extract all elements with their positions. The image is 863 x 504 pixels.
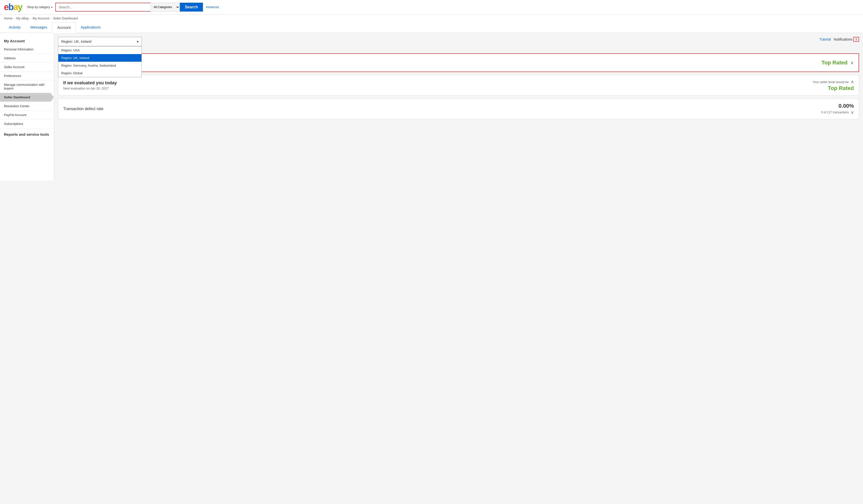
search-bar: All Categories Search bbox=[55, 3, 203, 12]
search-button[interactable]: Search bbox=[180, 3, 203, 12]
tab-applications[interactable]: Applications bbox=[76, 22, 105, 33]
defect-card: Transaction defect rate 0.00% 0 of 117 t… bbox=[58, 99, 859, 119]
sidebar-item-address[interactable]: Address bbox=[0, 54, 54, 63]
region-selected-label: Region: UK, Ireland bbox=[61, 40, 91, 43]
top-right-controls: Tutorial Notifications 1 bbox=[820, 37, 859, 42]
sidebar-section-reports: Reports and service tools bbox=[0, 128, 54, 139]
region-selector-wrap: Region: UK, Ireland ▾ Region: USA Region… bbox=[58, 37, 142, 46]
region-option-usa[interactable]: Region: USA bbox=[58, 47, 141, 54]
notifications-wrap: Notifications 1 bbox=[834, 37, 859, 42]
eval-would-be: Your seller level would be ∧ bbox=[813, 79, 854, 85]
shop-by-label: Shop by category bbox=[27, 5, 50, 9]
breadcrumb-current: Seller Dashboard bbox=[53, 16, 77, 20]
sidebar-section-myaccount: My Account bbox=[0, 37, 54, 45]
logo-b: b bbox=[8, 2, 13, 12]
tabs-bar: Activity Messages Account Applications bbox=[0, 22, 863, 33]
tutorial-link[interactable]: Tutorial bbox=[820, 37, 831, 41]
sidebar-item-subscriptions[interactable]: Subscriptions bbox=[0, 119, 54, 128]
shop-by-category[interactable]: Shop by category ▾ bbox=[27, 5, 52, 9]
breadcrumb-myaccount[interactable]: My Account bbox=[33, 16, 49, 20]
region-arrow-icon: ▾ bbox=[137, 40, 138, 43]
defect-title: Transaction defect rate bbox=[63, 107, 822, 111]
sidebar-item-seller-dashboard[interactable]: Seller Dashboard bbox=[0, 93, 54, 102]
search-input[interactable] bbox=[55, 3, 151, 12]
eval-title: If we evaluated you today bbox=[63, 80, 813, 86]
seller-level-chevron-icon[interactable]: ∨ bbox=[850, 60, 854, 65]
advanced-link[interactable]: Advanced bbox=[206, 5, 219, 9]
eval-subtitle: Next evaluation on Apr 20, 2017 bbox=[63, 87, 813, 90]
ebay-logo: ebay bbox=[4, 2, 22, 12]
seller-level-title: Current seller level bbox=[63, 58, 822, 63]
breadcrumb-home[interactable]: Home bbox=[4, 16, 13, 20]
breadcrumb: Home › My eBay › My Account › Seller Das… bbox=[0, 14, 863, 22]
category-select[interactable]: All Categories bbox=[150, 3, 180, 12]
notifications-label: Notifications bbox=[834, 37, 852, 41]
evaluation-card: If we evaluated you today Next evaluatio… bbox=[58, 75, 859, 96]
eval-right: Your seller level would be ∧ Top Rated bbox=[813, 79, 854, 91]
seller-level-card-row: Current seller level As of Mar 20, 2017 … bbox=[59, 54, 859, 72]
breadcrumb-sep-1: › bbox=[14, 17, 15, 20]
region-row: Region: UK, Ireland ▾ Region: USA Region… bbox=[58, 37, 859, 46]
breadcrumb-sep-3: › bbox=[51, 17, 52, 20]
defect-sub: 0 of 117 transactions ∨ bbox=[822, 109, 854, 115]
header: ebay Shop by category ▾ All Categories S… bbox=[0, 0, 863, 14]
region-selector[interactable]: Region: UK, Ireland ▾ bbox=[58, 37, 142, 46]
eval-left: If we evaluated you today Next evaluatio… bbox=[63, 80, 813, 90]
breadcrumb-sep-2: › bbox=[30, 17, 31, 20]
region-option-global[interactable]: Region: Global bbox=[58, 69, 141, 77]
eval-would-be-label: Your seller level would be bbox=[813, 80, 849, 84]
tab-activity[interactable]: Activity bbox=[4, 22, 26, 33]
region-option-uk[interactable]: Region: UK, Ireland bbox=[58, 54, 141, 62]
eval-rating: Top Rated bbox=[828, 85, 854, 91]
breadcrumb-myebay[interactable]: My eBay bbox=[16, 16, 29, 20]
notifications-badge[interactable]: 1 bbox=[853, 37, 859, 42]
content-area: Region: UK, Ireland ▾ Region: USA Region… bbox=[54, 33, 863, 180]
logo-e: e bbox=[4, 2, 8, 12]
seller-level-card: Current seller level As of Mar 20, 2017 … bbox=[58, 53, 859, 72]
tab-messages[interactable]: Messages bbox=[26, 22, 52, 33]
seller-level-card-right: Top Rated ∨ bbox=[822, 60, 854, 66]
sidebar: My Account Personal Information Address … bbox=[0, 33, 54, 180]
sidebar-item-seller-account[interactable]: Seller Account bbox=[0, 63, 54, 72]
eval-chevron-icon[interactable]: ∧ bbox=[851, 79, 854, 85]
region-dropdown: Region: USA Region: UK, Ireland Region: … bbox=[58, 46, 142, 77]
sidebar-item-manage-comm[interactable]: Manage communication with buyers bbox=[0, 80, 54, 93]
defect-sub-text: 0 of 117 transactions bbox=[822, 111, 849, 114]
sidebar-item-paypal[interactable]: PayPal Account bbox=[0, 111, 54, 119]
defect-percent: 0.00% bbox=[839, 103, 854, 109]
sidebar-item-resolution-center[interactable]: Resolution Center bbox=[0, 102, 54, 111]
logo-a: a bbox=[13, 2, 18, 12]
main-content: My Account Personal Information Address … bbox=[0, 33, 863, 180]
defect-chevron-icon[interactable]: ∨ bbox=[851, 109, 854, 115]
sidebar-item-personal-info[interactable]: Personal Information bbox=[0, 45, 54, 54]
sidebar-item-preferences[interactable]: Preferences bbox=[0, 72, 54, 80]
defect-right: 0.00% 0 of 117 transactions ∨ bbox=[822, 103, 854, 115]
seller-level-subtitle: As of Mar 20, 2017 bbox=[63, 64, 822, 68]
logo-y: y bbox=[18, 2, 22, 12]
region-option-germany[interactable]: Region: Germany, Austria, Switzerland bbox=[58, 62, 141, 69]
shop-by-arrow-icon: ▾ bbox=[51, 6, 52, 9]
seller-level-rating: Top Rated bbox=[822, 60, 848, 66]
defect-left: Transaction defect rate bbox=[63, 107, 822, 111]
seller-level-card-left: Current seller level As of Mar 20, 2017 bbox=[63, 58, 822, 68]
tab-account[interactable]: Account bbox=[52, 22, 76, 33]
